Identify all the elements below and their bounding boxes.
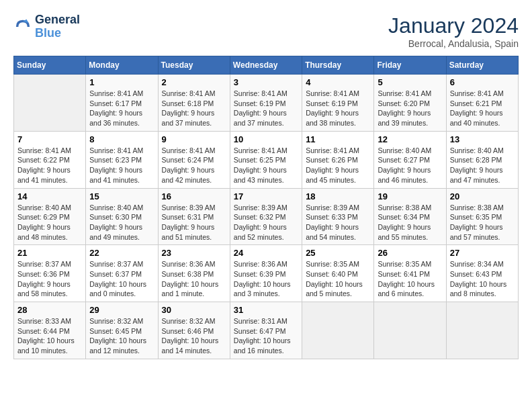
calendar-body: 1Sunrise: 8:41 AMSunset: 6:17 PMDaylight… [14,75,519,359]
day-cell-17: 17Sunrise: 8:39 AMSunset: 6:32 PMDayligh… [230,188,302,245]
location-subtitle: Berrocal, Andalusia, Spain [388,38,519,49]
day-info: Sunrise: 8:41 AMSunset: 6:19 PMDaylight:… [234,89,298,128]
day-cell-14: 14Sunrise: 8:40 AMSunset: 6:29 PMDayligh… [14,188,86,245]
day-info: Sunrise: 8:41 AMSunset: 6:20 PMDaylight:… [378,89,442,128]
day-number: 18 [306,191,370,201]
day-number: 2 [162,77,226,87]
week-row-1: 1Sunrise: 8:41 AMSunset: 6:17 PMDaylight… [14,75,519,132]
day-info: Sunrise: 8:35 AMSunset: 6:40 PMDaylight:… [306,259,370,299]
day-cell-31: 31Sunrise: 8:31 AMSunset: 6:47 PMDayligh… [230,302,302,359]
day-number: 25 [306,248,370,258]
day-number: 1 [89,77,154,87]
day-cell-1: 1Sunrise: 8:41 AMSunset: 6:17 PMDaylight… [86,75,158,132]
day-number: 29 [89,305,154,315]
day-cell-11: 11Sunrise: 8:41 AMSunset: 6:26 PMDayligh… [302,131,374,188]
day-number: 16 [162,191,226,201]
empty-cell [14,75,86,132]
empty-cell [446,302,518,359]
title-block: January 2024 Berrocal, Andalusia, Spain [388,13,519,49]
day-info: Sunrise: 8:36 AMSunset: 6:38 PMDaylight:… [162,259,226,299]
day-number: 22 [89,248,154,258]
day-header-tuesday: Tuesday [158,56,230,75]
day-number: 13 [450,134,515,144]
day-number: 7 [17,134,82,144]
calendar-header-row: SundayMondayTuesdayWednesdayThursdayFrid… [14,56,519,75]
day-header-thursday: Thursday [302,56,374,75]
day-header-wednesday: Wednesday [230,56,302,75]
day-info: Sunrise: 8:41 AMSunset: 6:25 PMDaylight:… [234,146,298,185]
week-row-2: 7Sunrise: 8:41 AMSunset: 6:22 PMDaylight… [14,131,519,188]
day-info: Sunrise: 8:35 AMSunset: 6:41 PMDaylight:… [378,259,442,299]
day-cell-15: 15Sunrise: 8:40 AMSunset: 6:30 PMDayligh… [86,188,158,245]
day-cell-29: 29Sunrise: 8:32 AMSunset: 6:45 PMDayligh… [86,302,158,359]
day-cell-3: 3Sunrise: 8:41 AMSunset: 6:19 PMDaylight… [230,75,302,132]
day-cell-9: 9Sunrise: 8:41 AMSunset: 6:24 PMDaylight… [158,131,230,188]
logo-icon [13,17,32,36]
day-number: 5 [378,77,442,87]
day-info: Sunrise: 8:39 AMSunset: 6:31 PMDaylight:… [162,203,226,242]
day-info: Sunrise: 8:37 AMSunset: 6:37 PMDaylight:… [89,259,154,299]
week-row-3: 14Sunrise: 8:40 AMSunset: 6:29 PMDayligh… [14,188,519,245]
day-cell-12: 12Sunrise: 8:40 AMSunset: 6:27 PMDayligh… [374,131,446,188]
day-cell-2: 2Sunrise: 8:41 AMSunset: 6:18 PMDaylight… [158,75,230,132]
day-cell-4: 4Sunrise: 8:41 AMSunset: 6:19 PMDaylight… [302,75,374,132]
day-info: Sunrise: 8:38 AMSunset: 6:35 PMDaylight:… [450,203,515,242]
day-cell-27: 27Sunrise: 8:34 AMSunset: 6:43 PMDayligh… [446,245,518,302]
day-header-sunday: Sunday [14,56,86,75]
day-number: 11 [306,134,370,144]
day-number: 31 [234,305,298,315]
day-info: Sunrise: 8:40 AMSunset: 6:29 PMDaylight:… [17,203,82,242]
day-cell-25: 25Sunrise: 8:35 AMSunset: 6:40 PMDayligh… [302,245,374,302]
logo: General Blue [13,13,80,40]
day-cell-16: 16Sunrise: 8:39 AMSunset: 6:31 PMDayligh… [158,188,230,245]
day-header-friday: Friday [374,56,446,75]
day-info: Sunrise: 8:41 AMSunset: 6:26 PMDaylight:… [306,146,370,185]
day-info: Sunrise: 8:32 AMSunset: 6:46 PMDaylight:… [162,316,226,356]
logo-text: General Blue [35,13,80,40]
day-cell-6: 6Sunrise: 8:41 AMSunset: 6:21 PMDaylight… [446,75,518,132]
day-number: 17 [234,191,298,201]
day-info: Sunrise: 8:38 AMSunset: 6:34 PMDaylight:… [378,203,442,242]
day-info: Sunrise: 8:40 AMSunset: 6:30 PMDaylight:… [89,203,154,242]
page-header: General Blue January 2024 Berrocal, Anda… [13,13,519,49]
empty-cell [302,302,374,359]
day-cell-26: 26Sunrise: 8:35 AMSunset: 6:41 PMDayligh… [374,245,446,302]
day-number: 27 [450,248,515,258]
day-cell-21: 21Sunrise: 8:37 AMSunset: 6:36 PMDayligh… [14,245,86,302]
day-number: 15 [89,191,154,201]
day-cell-8: 8Sunrise: 8:41 AMSunset: 6:23 PMDaylight… [86,131,158,188]
day-number: 12 [378,134,442,144]
day-info: Sunrise: 8:41 AMSunset: 6:17 PMDaylight:… [89,89,154,128]
day-info: Sunrise: 8:40 AMSunset: 6:28 PMDaylight:… [450,146,515,185]
day-cell-5: 5Sunrise: 8:41 AMSunset: 6:20 PMDaylight… [374,75,446,132]
day-cell-22: 22Sunrise: 8:37 AMSunset: 6:37 PMDayligh… [86,245,158,302]
day-number: 30 [162,305,226,315]
day-number: 3 [234,77,298,87]
day-number: 26 [378,248,442,258]
month-title: January 2024 [388,13,519,38]
day-cell-10: 10Sunrise: 8:41 AMSunset: 6:25 PMDayligh… [230,131,302,188]
day-info: Sunrise: 8:31 AMSunset: 6:47 PMDaylight:… [234,316,298,356]
day-number: 6 [450,77,515,87]
day-info: Sunrise: 8:40 AMSunset: 6:27 PMDaylight:… [378,146,442,185]
day-cell-7: 7Sunrise: 8:41 AMSunset: 6:22 PMDaylight… [14,131,86,188]
day-number: 10 [234,134,298,144]
day-number: 23 [162,248,226,258]
day-number: 19 [378,191,442,201]
day-cell-24: 24Sunrise: 8:36 AMSunset: 6:39 PMDayligh… [230,245,302,302]
day-number: 24 [234,248,298,258]
day-info: Sunrise: 8:34 AMSunset: 6:43 PMDaylight:… [450,259,515,299]
day-info: Sunrise: 8:41 AMSunset: 6:24 PMDaylight:… [162,146,226,185]
day-cell-23: 23Sunrise: 8:36 AMSunset: 6:38 PMDayligh… [158,245,230,302]
empty-cell [374,302,446,359]
day-info: Sunrise: 8:33 AMSunset: 6:44 PMDaylight:… [17,316,82,356]
day-info: Sunrise: 8:37 AMSunset: 6:36 PMDaylight:… [17,259,82,299]
day-cell-20: 20Sunrise: 8:38 AMSunset: 6:35 PMDayligh… [446,188,518,245]
day-cell-28: 28Sunrise: 8:33 AMSunset: 6:44 PMDayligh… [14,302,86,359]
day-info: Sunrise: 8:39 AMSunset: 6:33 PMDaylight:… [306,203,370,242]
day-number: 9 [162,134,226,144]
week-row-5: 28Sunrise: 8:33 AMSunset: 6:44 PMDayligh… [14,302,519,359]
day-number: 4 [306,77,370,87]
day-cell-18: 18Sunrise: 8:39 AMSunset: 6:33 PMDayligh… [302,188,374,245]
day-info: Sunrise: 8:41 AMSunset: 6:23 PMDaylight:… [89,146,154,185]
